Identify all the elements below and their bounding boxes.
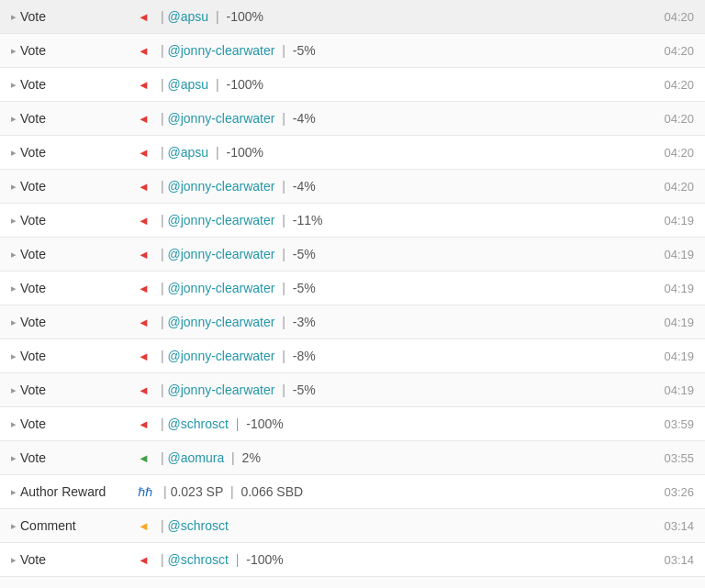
table-row[interactable]: ▸ Vote ◄ | @jonny-clearwater | -5% 04:19 [0,272,705,305]
expand-arrow[interactable]: ▸ [11,554,17,566]
row-detail: @jonny-clearwater | -5% [168,383,657,397]
separator: | [161,247,164,261]
separator: | [161,383,164,397]
row-type: Vote [20,111,130,126]
separator: | [161,43,164,58]
expand-arrow[interactable]: ▸ [11,486,17,498]
row-time: 03:14 [657,519,694,533]
row-time: 03:59 [657,417,694,431]
table-row[interactable]: ▸ Vote ◄ | @jonny-clearwater | -5% 04:19 [0,238,705,272]
row-detail: @jonny-clearwater | -4% [168,111,657,126]
expand-arrow[interactable]: ▸ [11,520,17,532]
separator: | [161,179,164,194]
expand-arrow[interactable]: ▸ [11,418,17,430]
row-type: Vote [20,43,130,58]
row-type: Author Reward [20,484,130,499]
row-type: Vote [20,383,130,397]
row-type: Vote [20,213,130,227]
expand-arrow[interactable]: ▸ [11,384,17,396]
username-link[interactable]: @jonny-clearwater [168,213,275,227]
row-icon: ◄ [138,78,150,92]
row-detail: 0.023 SP | 0.066 SBD [171,484,657,499]
row-detail: @aomura | 2% [168,450,657,465]
row-time: 04:19 [657,383,694,397]
separator: | [161,349,164,363]
expand-arrow[interactable]: ▸ [11,45,17,57]
row-detail: @jonny-clearwater | -5% [168,281,657,295]
row-time: 04:20 [657,180,694,194]
username-link[interactable]: @jonny-clearwater [168,281,275,295]
expand-arrow[interactable]: ▸ [11,249,17,261]
row-detail: @apsu | -100% [168,145,657,160]
row-type: Vote [20,77,130,92]
row-time: 04:20 [657,44,694,58]
username-link[interactable]: @apsu [168,9,209,24]
expand-arrow[interactable]: ▸ [11,79,17,91]
row-time: 03:14 [657,553,694,567]
row-icon: ◄ [138,180,150,194]
username-link[interactable]: @jonny-clearwater [168,315,275,329]
separator: | [161,9,164,24]
username-link[interactable]: @aomura [168,450,225,465]
username-link[interactable]: @jonny-clearwater [168,111,275,126]
username-link[interactable]: @jonny-clearwater [168,247,275,261]
row-type: Vote [20,179,130,194]
username-link[interactable]: @schrosct [168,552,229,567]
table-row[interactable]: ▸ Vote ◄ | @jonny-clearwater | -5% 04:20 [0,34,705,68]
row-icon: ◄ [138,282,150,295]
expand-arrow[interactable]: ▸ [11,283,17,294]
row-icon: ◄ [138,214,150,227]
expand-arrow[interactable]: ▸ [11,452,17,464]
table-row[interactable]: ▸ Vote ◄ | @jonny-clearwater | -4% 04:20 [0,102,705,136]
expand-arrow[interactable]: ▸ [11,215,17,227]
activity-table: ▸ Vote ◄ | @apsu | -100% 04:20 ▸ Vote ◄ … [0,0,705,588]
table-row[interactable]: ▸ Vote ◄ | @jonny-clearwater | -5% 04:19 [0,373,705,407]
separator: | [161,111,164,126]
table-row[interactable]: ▸ Vote ◄ | @schrosct | -100% 03:08 [0,577,705,588]
table-row[interactable]: ▸ Vote ◄ | @jonny-clearwater | -8% 04:19 [0,339,705,373]
row-type: Vote [20,281,130,295]
row-icon: ◄ [138,519,150,533]
row-detail: @jonny-clearwater | -11% [168,213,657,227]
table-row[interactable]: ▸ Vote ◄ | @jonny-clearwater | -4% 04:20 [0,170,705,204]
username-link[interactable]: @jonny-clearwater [168,43,275,58]
username-link[interactable]: @jonny-clearwater [168,179,275,194]
username-link[interactable]: @schrosct [168,518,229,533]
row-type: Vote [20,416,130,431]
table-row[interactable]: ▸ Author Reward ℏℏ | 0.023 SP | 0.066 SB… [0,475,705,509]
table-row[interactable]: ▸ Vote ◄ | @jonny-clearwater | -3% 04:19 [0,305,705,339]
table-row[interactable]: ▸ Comment ◄ | @schrosct 03:14 [0,509,705,543]
separator: | [161,450,164,465]
username-link[interactable]: @apsu [168,77,209,92]
table-row[interactable]: ▸ Vote ◄ | @aomura | 2% 03:55 [0,441,705,475]
row-detail: @apsu | -100% [168,9,657,24]
row-detail: @schrosct [168,518,657,533]
username-link[interactable]: @schrosct [168,416,229,431]
row-type: Vote [20,9,130,24]
separator: | [161,416,164,431]
username-link[interactable]: @apsu [168,145,209,160]
expand-arrow[interactable]: ▸ [11,11,17,23]
expand-arrow[interactable]: ▸ [11,147,17,159]
row-detail: @schrosct | -100% [168,552,657,567]
row-detail: @schrosct | -100% [168,416,657,431]
separator: | [161,77,164,92]
table-row[interactable]: ▸ Vote ◄ | @schrosct | -100% 03:14 [0,543,705,577]
row-detail: @jonny-clearwater | -4% [168,179,657,194]
row-icon: ◄ [138,146,150,160]
username-link[interactable]: @jonny-clearwater [168,383,275,397]
row-icon: ◄ [138,248,150,261]
separator: | [161,552,164,567]
table-row[interactable]: ▸ Vote ◄ | @apsu | -100% 04:20 [0,136,705,170]
table-row[interactable]: ▸ Vote ◄ | @apsu | -100% 04:20 [0,0,705,34]
table-row[interactable]: ▸ Vote ◄ | @schrosct | -100% 03:59 [0,407,705,441]
row-time: 04:19 [657,248,694,261]
username-link[interactable]: @jonny-clearwater [168,349,275,363]
expand-arrow[interactable]: ▸ [11,350,17,362]
table-row[interactable]: ▸ Vote ◄ | @jonny-clearwater | -11% 04:1… [0,204,705,238]
expand-arrow[interactable]: ▸ [11,181,17,193]
table-row[interactable]: ▸ Vote ◄ | @apsu | -100% 04:20 [0,68,705,102]
expand-arrow[interactable]: ▸ [11,113,17,125]
expand-arrow[interactable]: ▸ [11,316,17,328]
row-time: 04:19 [657,349,694,363]
